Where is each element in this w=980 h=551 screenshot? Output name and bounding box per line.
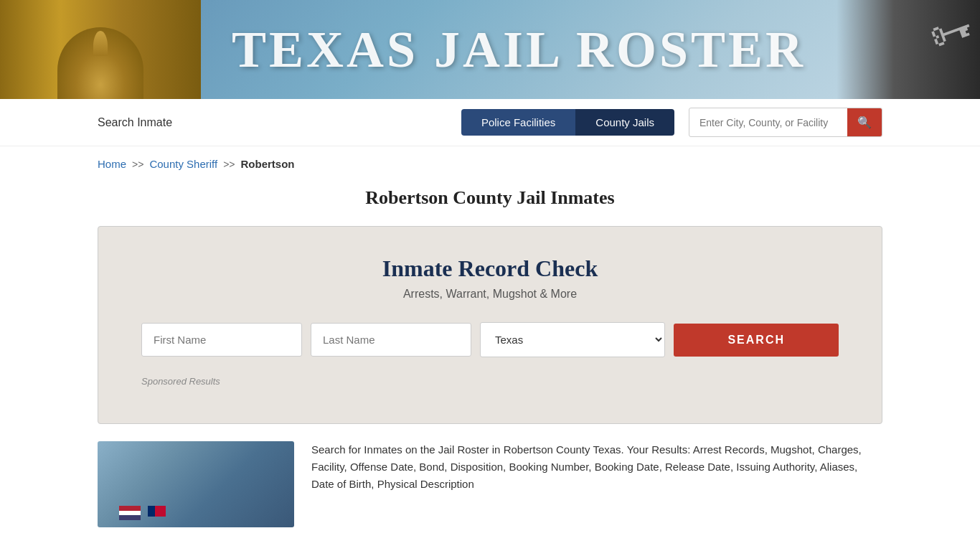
description-image [98,441,294,527]
breadcrumb: Home >> County Sheriff >> Robertson [0,146,980,176]
description-text: Search for Inmates on the Jail Roster in… [311,441,882,527]
banner-left-image [0,0,201,99]
breadcrumb-current: Robertson [241,158,295,170]
facility-search-button[interactable]: 🔍 [847,108,882,136]
breadcrumb-county-sheriff-link[interactable]: County Sheriff [149,158,217,170]
keys-icon: 🗝 [923,1,980,62]
record-search-button[interactable]: SEARCH [674,324,839,357]
banner-title-text: Texas Jail Roster [232,20,806,80]
nav-buttons: Police Facilities County Jails [461,109,674,136]
first-name-input[interactable] [141,323,302,357]
breadcrumb-sep-1: >> [132,159,143,170]
record-check-title: Inmate Record Check [141,255,839,282]
record-check-section: Inmate Record Check Arrests, Warrant, Mu… [98,226,882,424]
banner-right-image: 🗝 [837,0,980,99]
breadcrumb-sep-2: >> [223,159,235,170]
last-name-input[interactable] [311,323,471,357]
navbar: Search Inmate Police Facilities County J… [0,99,980,146]
sponsored-label: Sponsored Results [141,376,220,387]
flag-icon-1 [119,506,141,520]
dome-shape [57,27,143,99]
police-facilities-button[interactable]: Police Facilities [461,109,575,136]
nav-search-box: 🔍 [689,108,882,137]
record-check-subtitle: Arrests, Warrant, Mugshot & More [141,288,839,301]
capitol-image [0,0,201,99]
facility-search-input[interactable] [689,110,847,135]
page-title: Robertson County Jail Inmates [0,176,980,226]
breadcrumb-home-link[interactable]: Home [98,158,126,170]
banner-title-area: Texas Jail Roster [201,20,837,80]
state-select[interactable]: AlabamaAlaskaArizonaArkansasCaliforniaCo… [480,322,665,357]
nav-search-label: Search Inmate [98,116,447,129]
search-icon: 🔍 [857,116,872,128]
dome-top [93,31,108,56]
county-jails-button[interactable]: County Jails [575,109,674,136]
flag-icon-2 [148,506,166,517]
description-section: Search for Inmates on the Jail Roster in… [0,441,980,551]
record-check-form: AlabamaAlaskaArizonaArkansasCaliforniaCo… [141,322,839,357]
header-banner: Texas Jail Roster 🗝 [0,0,980,99]
